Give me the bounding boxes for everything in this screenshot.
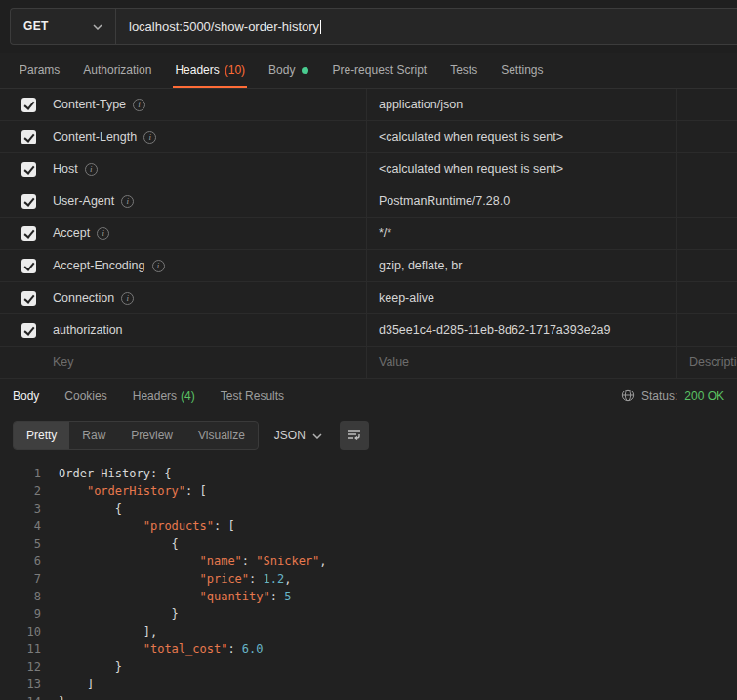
wrap-text-button[interactable] [340,421,369,450]
header-key-cell[interactable]: Hosti [53,153,366,185]
line-number: 2 [0,482,41,500]
header-value-cell[interactable]: PostmanRuntime/7.28.0 [366,185,676,217]
code-token-plain: ], [59,625,157,638]
header-value-cell[interactable]: gzip, deflate, br [366,250,676,281]
header-description-cell[interactable] [676,185,737,217]
code-content: "quantity": 5 [41,588,291,605]
header-checkbox[interactable] [21,259,36,273]
line-number: 6 [0,553,41,570]
tab-label: Settings [501,63,543,77]
response-tab-count: (4) [181,390,195,403]
response-tab-headers[interactable]: Headers(4) [133,390,195,403]
info-icon: i [121,292,134,305]
header-value-cell[interactable]: d35ee1c4-d285-11eb-8d62-1717a393e2a9 [366,314,676,346]
description-placeholder: Description [689,355,737,369]
header-checkbox[interactable] [21,98,36,112]
checkbox-cell [0,282,53,313]
header-checkbox[interactable] [21,323,36,338]
header-checkbox[interactable] [21,194,36,209]
code-token-plain [59,555,200,568]
tab-label: Tests [450,63,477,77]
header-value-cell[interactable]: application/json [366,89,676,120]
header-description-cell[interactable] [676,121,737,152]
response-tab-label: Body [13,390,39,403]
header-description-cell[interactable] [676,250,737,281]
view-tab-preview[interactable]: Preview [118,422,185,449]
view-tab-pretty[interactable]: Pretty [14,422,69,449]
header-value-text: application/json [379,98,463,111]
header-key-cell[interactable]: Content-Lengthi [53,121,366,152]
headers-table: Content-Typeiapplication/jsonContent-Len… [0,88,737,379]
header-description-cell[interactable] [676,89,737,120]
code-token-plain [59,572,200,586]
header-row: Content-Typeiapplication/json [0,89,737,121]
code-token-key: "products" [143,519,214,533]
header-key-text: User-Agent [53,194,114,208]
code-content: "price": 1.2, [41,570,291,588]
code-line: 9 } [0,605,737,623]
tab-headers[interactable]: Headers(10) [163,53,257,88]
header-value-cell[interactable]: keep-alive [366,282,676,313]
tab-body[interactable]: Body [257,53,320,88]
tab-pre-request-script[interactable]: Pre-request Script [320,53,438,88]
code-line: 11 "total_cost": 6.0 [0,640,737,658]
code-token-plain [59,484,87,498]
header-description-cell[interactable] [676,314,737,346]
code-token-plain: : [ [214,519,235,533]
header-key-text: authorization [53,323,123,337]
header-key-text: Accept [53,226,90,240]
header-description-cell[interactable] [676,153,737,185]
tab-authorization[interactable]: Authorization [71,53,163,88]
header-value-cell[interactable]: <calculated when request is sent> [366,153,676,185]
header-checkbox[interactable] [21,130,36,144]
code-token-plain: } [59,660,122,674]
response-tab-test-results[interactable]: Test Results [221,390,284,403]
code-token-plain [59,590,200,603]
header-key-cell[interactable]: User-Agenti [53,185,366,217]
tab-tests[interactable]: Tests [438,53,489,88]
header-description-cell[interactable] [676,218,737,249]
key-placeholder: Key [53,355,74,369]
method-select[interactable]: GET [11,9,116,44]
format-select[interactable]: JSON [274,429,322,442]
status-value: 200 OK [684,390,724,403]
code-line: 7 "price": 1.2, [0,570,737,588]
code-token-plain: } [59,695,65,700]
code-token-plain: : [ [185,484,207,498]
value-placeholder: Value [379,355,409,369]
code-content: } [41,658,122,676]
view-mode-toggle: PrettyRawPreviewVisualize [13,421,259,450]
header-key-cell[interactable]: Accepti [53,218,366,249]
response-tab-body[interactable]: Body [13,390,39,403]
new-header-row: Key Value Description [0,347,737,379]
response-body-code[interactable]: 1Order History: {2 "orderHistory": [3 {4… [0,457,737,700]
new-header-key-cell[interactable]: Key [53,347,366,378]
response-tab-cookies[interactable]: Cookies [64,390,106,403]
line-number: 14 [0,693,41,700]
view-tab-visualize[interactable]: Visualize [185,422,258,449]
header-key-cell[interactable]: authorization [53,314,366,346]
tab-params[interactable]: Params [8,53,71,88]
new-header-value-cell[interactable]: Value [366,347,676,378]
code-token-key: "orderHistory" [87,484,185,498]
header-value-cell[interactable]: */* [366,218,676,249]
code-token-plain [59,519,143,533]
code-token-plain: { [59,502,122,515]
header-key-cell[interactable]: Accept-Encodingi [53,250,366,281]
response-view-bar: PrettyRawPreviewVisualize JSON [0,414,737,457]
tab-settings[interactable]: Settings [489,53,554,88]
header-key-cell[interactable]: Content-Typei [53,89,366,120]
header-checkbox[interactable] [21,162,36,177]
header-checkbox[interactable] [21,226,36,241]
url-input[interactable]: localhost:5000/show-order-history [116,9,737,44]
code-line: 12 } [0,658,737,676]
code-token-plain: : [227,642,241,656]
header-checkbox[interactable] [21,291,36,306]
header-description-cell[interactable] [676,282,737,313]
new-header-description-cell[interactable]: Description [676,347,737,378]
view-tab-raw[interactable]: Raw [69,422,118,449]
code-line: 5 { [0,535,737,553]
code-token-plain: : [270,590,284,603]
header-value-cell[interactable]: <calculated when request is sent> [366,121,676,152]
header-key-cell[interactable]: Connectioni [53,282,366,313]
